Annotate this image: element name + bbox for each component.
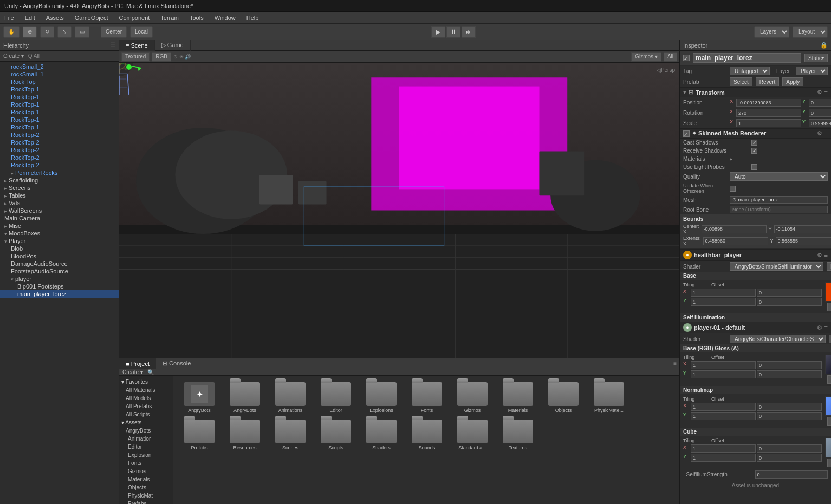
skinned-mesh-checkbox[interactable] [683,130,690,137]
hierarchy-item[interactable]: RockTop-2 [0,154,119,161]
rgb-btn[interactable]: RGB [152,52,171,62]
sidebar-fonts[interactable]: Fonts [119,459,173,467]
asset-physicmate[interactable]: PhysicMate... [587,380,631,415]
nm-tiling-x[interactable] [691,403,756,411]
nm-tiling-y[interactable] [691,412,756,420]
tag-select[interactable]: Untagged [730,67,770,75]
hand-tool[interactable]: ✋ [3,26,20,38]
prefab-apply-btn[interactable]: Apply [782,77,803,86]
hierarchy-item[interactable]: ▸Vats [0,199,119,207]
menu-assets[interactable]: Assets [44,14,66,22]
space-local[interactable]: Local [130,26,153,38]
object-name-field[interactable] [693,53,801,63]
hierarchy-item[interactable]: FootstepAudioSource [0,267,119,275]
skinned-mesh-section-header[interactable]: ✦ Skinned Mesh Renderer ⚙ ≡ [680,128,831,139]
scene-viewport[interactable]: ◁Persp [119,63,679,358]
player-material-section-header[interactable]: ● player-01 - default ⚙ ≡ [680,322,831,333]
asset-scripts[interactable]: Scripts [314,417,358,453]
bounds-cx[interactable] [702,225,767,233]
rgb-tiling-x[interactable] [691,361,756,369]
hierarchy-item-maincamera[interactable]: Main Camera [0,214,119,222]
hierarchy-close[interactable]: ☰ [110,42,115,49]
cast-shadows-check[interactable] [751,140,757,146]
hierarchy-create-btn[interactable]: Create ▾ [3,53,24,59]
hierarchy-item[interactable]: ▸WallScreens [0,207,119,214]
base-select-btn[interactable]: Select [827,303,831,311]
hierarchy-item-player[interactable]: ▾Player [0,237,119,245]
hierarchy-item[interactable]: RockTop-1 [0,123,119,131]
bounds-ey[interactable] [776,237,831,245]
move-tool[interactable]: ⊕ [23,26,37,38]
asset-scenes[interactable]: Scenes [269,417,312,453]
base-offset-x[interactable] [757,289,822,297]
sidebar-gizmos[interactable]: Gizmos [119,467,173,475]
project-search[interactable]: 🔍 [147,369,154,375]
asset-shaders[interactable]: Shaders [360,417,403,453]
transform-gear[interactable]: ⚙ [817,89,822,96]
hierarchy-item[interactable]: ▸Screens [0,184,119,192]
healthbar-shader-select[interactable]: AngryBots/SimpleSelfIlluminator [730,262,823,271]
hierarchy-item[interactable]: ▸PerimeterRocks [0,169,119,176]
hierarchy-item[interactable]: rockSmall_1 [0,70,119,78]
healthbar-menu[interactable]: ≡ [824,252,828,258]
base-tiling-y[interactable] [691,298,756,306]
scale-tool[interactable]: ⤡ [57,26,72,38]
base-offset-y[interactable] [757,298,822,306]
all-btn[interactable]: All [664,52,677,62]
layout-dropdown[interactable]: Layout [793,26,828,38]
asset-animations[interactable]: Animations [269,380,312,415]
asset-angrybots-unity[interactable]: ✦ AngryBots [178,380,221,415]
update-offscreen-check[interactable] [730,186,736,192]
layers-dropdown[interactable]: Layers [754,26,789,38]
render-mode-btn[interactable]: Textured [121,52,150,62]
mesh-gear[interactable]: ⚙ [817,130,822,137]
player-mat-gear[interactable]: ⚙ [817,324,822,331]
healthbar-edit-btn[interactable]: Edit... [827,262,831,271]
cube-swatch[interactable] [825,438,831,457]
rgb-select-btn[interactable]: Select [827,375,831,384]
sidebar-all-models[interactable]: All Models [119,394,173,402]
sidebar-objects[interactable]: Objects [119,483,173,492]
asset-sounds[interactable]: Sounds [405,417,449,453]
sidebar-explosion[interactable]: Explosion [119,451,173,459]
pivot-center[interactable]: Center [101,26,127,38]
root-bone-value[interactable]: None (Transform) [730,206,828,213]
sidebar-prefabs[interactable]: Prefabs [119,500,173,504]
hierarchy-item[interactable]: Blob [0,245,119,252]
hierarchy-item[interactable]: RockTop-1 [0,108,119,116]
hierarchy-item[interactable]: RockTop-2 [0,161,119,169]
sidebar-all-scripts[interactable]: All Scripts [119,410,173,418]
scale-x[interactable] [736,119,801,127]
hierarchy-item-player-sub[interactable]: ▾player [0,275,119,283]
nm-offset-y[interactable] [757,412,822,420]
position-x[interactable] [736,99,801,107]
layer-select[interactable]: Player [796,67,828,75]
asset-objects[interactable]: Objects [542,380,585,415]
rgb-offset-y[interactable] [757,370,822,378]
menu-help[interactable]: Help [244,14,261,22]
favorites-arrow[interactable]: ▾ [121,379,124,385]
quality-select[interactable]: Auto [730,172,828,181]
project-create-btn[interactable]: Create ▾ [122,369,143,375]
tab-project[interactable]: ■ Project [119,358,156,369]
sidebar-all-materials[interactable]: All Materials [119,386,173,394]
cube-select-btn[interactable]: Select [827,459,831,467]
menu-file[interactable]: File [2,14,16,22]
hierarchy-item-main-player-lorez[interactable]: main_player_lorez [0,290,119,298]
hierarchy-item[interactable]: RockTop-1 [0,93,119,101]
hierarchy-item[interactable]: RockTop-1 [0,116,119,123]
base-texture-swatch[interactable] [825,355,831,374]
pause-button[interactable]: ⏸ [446,26,460,38]
rotation-x[interactable] [736,109,801,117]
rect-tool[interactable]: ▭ [75,26,89,38]
asset-fonts[interactable]: Fonts [405,380,449,415]
prefab-select-btn[interactable]: Select [730,77,752,86]
hierarchy-item[interactable]: BloodPos [0,252,119,260]
menu-edit[interactable]: Edit [23,14,37,22]
menu-tools[interactable]: Tools [187,14,206,22]
hierarchy-item[interactable]: RockTop-1 [0,86,119,93]
receive-shadows-check[interactable] [751,148,757,154]
tab-console[interactable]: ⊟ Console [156,358,197,369]
hierarchy-item[interactable]: ▸Scaffolding [0,176,119,184]
hierarchy-item-moodboxes[interactable]: ▾MoodBoxes [0,230,119,237]
